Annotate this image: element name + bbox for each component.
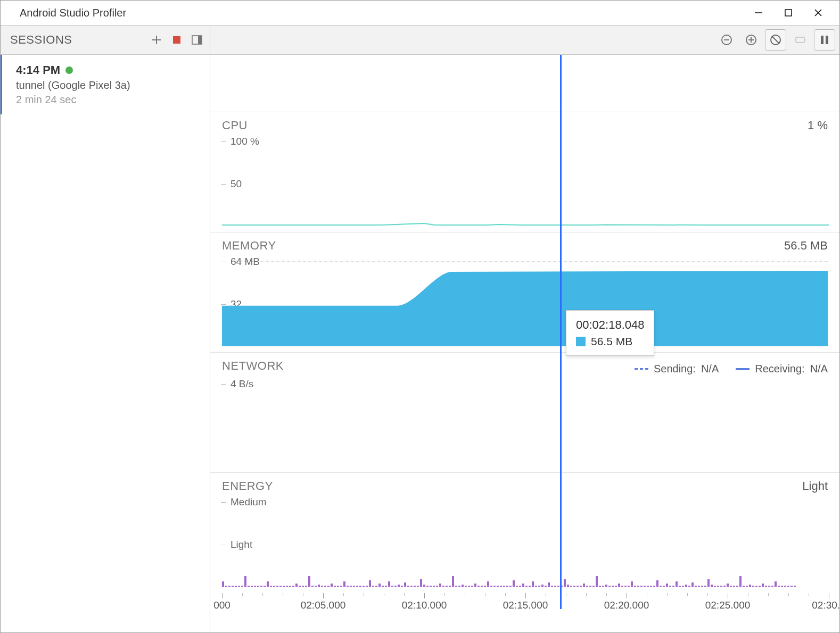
time-label: 02:15.000 bbox=[503, 599, 548, 611]
session-time: 4:14 PM bbox=[16, 63, 60, 77]
cpu-title: CPU bbox=[222, 119, 808, 132]
sending-swatch-icon bbox=[635, 368, 648, 370]
profiler-content: CPU 1 % 100 % 50 MEMORY 56.5 MB bbox=[210, 25, 839, 632]
svg-rect-17 bbox=[795, 39, 796, 41]
svg-rect-1 bbox=[785, 10, 792, 16]
svg-line-15 bbox=[772, 36, 779, 44]
cpu-ytick-0: 100 % bbox=[230, 136, 259, 147]
zoom-fit-button[interactable] bbox=[765, 29, 786, 51]
memory-tooltip: 00:02:18.048 56.5 MB bbox=[566, 310, 654, 356]
session-description: tunnel (Google Pixel 3a) bbox=[16, 79, 200, 91]
memory-title: MEMORY bbox=[222, 239, 784, 253]
tooltip-value: 56.5 MB bbox=[591, 335, 632, 348]
network-receiving-value: N/A bbox=[810, 363, 828, 375]
energy-ytick-0: Medium bbox=[230, 496, 267, 508]
receiving-swatch-icon bbox=[736, 368, 750, 370]
add-session-button[interactable] bbox=[150, 34, 163, 46]
close-button[interactable] bbox=[803, 2, 833, 23]
window-controls bbox=[744, 2, 833, 23]
svg-rect-18 bbox=[804, 39, 805, 41]
network-legend: Sending: N/A Receiving: N/A bbox=[635, 363, 828, 375]
toggle-panel-button[interactable] bbox=[191, 34, 203, 46]
memory-value: 56.5 MB bbox=[784, 239, 828, 253]
energy-ytick-1: Light bbox=[230, 539, 252, 551]
cpu-chart[interactable]: CPU 1 % 100 % 50 bbox=[210, 112, 839, 232]
energy-chart[interactable]: ENERGY Light Medium Light bbox=[210, 473, 839, 593]
network-title: NETWORK bbox=[222, 359, 635, 373]
stop-session-button[interactable] bbox=[170, 34, 183, 46]
playhead[interactable] bbox=[560, 55, 562, 609]
profiler-toolbar bbox=[210, 25, 839, 55]
energy-plot bbox=[222, 565, 828, 587]
tooltip-swatch-icon bbox=[576, 337, 586, 346]
zoom-in-button[interactable] bbox=[740, 29, 762, 51]
network-receiving-label: Receiving: bbox=[755, 363, 804, 375]
sessions-header: SESSIONS bbox=[1, 25, 210, 55]
maximize-button[interactable] bbox=[773, 2, 803, 23]
svg-rect-8 bbox=[198, 36, 202, 44]
minimize-button[interactable] bbox=[744, 2, 773, 23]
time-label: 02:10.000 bbox=[402, 599, 447, 611]
network-chart[interactable]: NETWORK Sending: N/A Receiving: N/A 4 B/… bbox=[210, 353, 839, 473]
svg-rect-20 bbox=[826, 36, 828, 44]
energy-value: Light bbox=[802, 479, 828, 493]
time-label: 02:25.000 bbox=[705, 599, 751, 611]
status-dot-icon bbox=[65, 66, 73, 74]
pause-button[interactable] bbox=[814, 29, 835, 51]
memory-plot bbox=[222, 253, 828, 346]
svg-rect-19 bbox=[821, 36, 823, 44]
time-label: 02:05.000 bbox=[301, 599, 346, 611]
sessions-sidebar: SESSIONS 4:14 PM tunnel (Google Pixel 3a… bbox=[1, 25, 210, 632]
tooltip-time: 00:02:18.048 bbox=[576, 318, 644, 332]
time-label: 02:20.000 bbox=[604, 599, 649, 611]
svg-rect-16 bbox=[796, 37, 804, 43]
sessions-title: SESSIONS bbox=[10, 33, 150, 47]
time-label: 000 bbox=[213, 599, 230, 611]
network-ytick-0: 4 B/s bbox=[230, 378, 253, 390]
session-duration: 2 min 24 sec bbox=[16, 94, 200, 106]
network-sending-value: N/A bbox=[701, 363, 719, 375]
memory-chart[interactable]: MEMORY 56.5 MB 64 MB 32 bbox=[210, 232, 839, 353]
zoom-selection-button[interactable] bbox=[789, 29, 811, 51]
zoom-out-button[interactable] bbox=[716, 29, 737, 51]
session-item[interactable]: 4:14 PM tunnel (Google Pixel 3a) 2 min 2… bbox=[0, 55, 210, 114]
energy-title: ENERGY bbox=[222, 479, 802, 493]
cpu-value: 1 % bbox=[808, 119, 828, 132]
cpu-ytick-1: 50 bbox=[230, 178, 242, 190]
cpu-plot bbox=[222, 221, 829, 226]
time-axis[interactable]: 00002:05.00002:10.00002:15.00002:20.0000… bbox=[210, 593, 839, 617]
svg-rect-6 bbox=[173, 36, 180, 44]
charts-area[interactable]: CPU 1 % 100 % 50 MEMORY 56.5 MB bbox=[210, 55, 839, 632]
network-sending-label: Sending: bbox=[654, 363, 696, 375]
titlebar: Android Studio Profiler bbox=[1, 1, 839, 25]
window-title: Android Studio Profiler bbox=[20, 7, 744, 19]
time-label: 02:30.0 bbox=[812, 599, 840, 611]
